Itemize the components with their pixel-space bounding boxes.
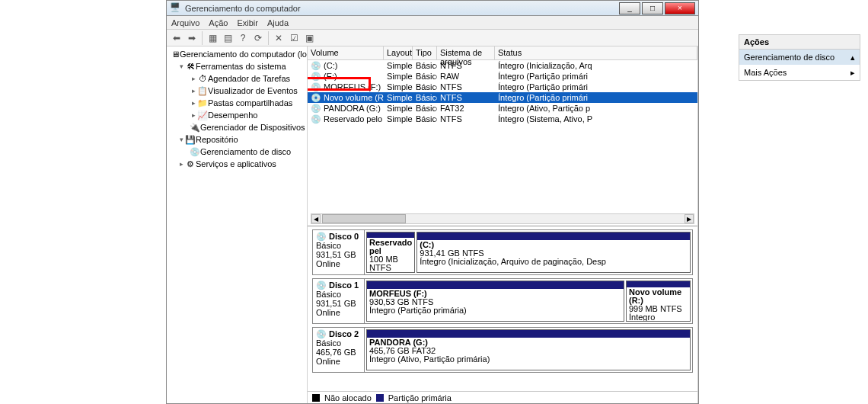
disk-info: 💿 Disco 2Básico465,76 GBOnline (313, 328, 365, 372)
volume-row[interactable]: 💿 PANDORA (G:)SimplesBásicoFAT32Íntegro … (308, 103, 697, 114)
legend-unalloc: Não alocado (324, 393, 372, 402)
legend-primary: Partição primária (388, 393, 452, 402)
disk-info: 💿 Disco 1Básico931,51 GBOnline (313, 279, 365, 323)
menu-ajuda[interactable]: Ajuda (267, 18, 289, 27)
scroll-left-icon[interactable]: ◀ (311, 214, 321, 223)
scroll-thumb[interactable] (322, 214, 406, 223)
h-scrollbar[interactable]: ◀ ▶ (311, 213, 694, 224)
menubar: Arquivo Ação Exibir Ajuda (167, 16, 698, 30)
nav-tree[interactable]: 🖥Gerenciamento do computador (local) ▾🛠F… (167, 46, 308, 403)
legend: Não alocado Partição primária (308, 391, 697, 403)
disk[interactable]: 💿 Disco 1Básico931,51 GBOnlineMORFEUS (F… (312, 278, 693, 324)
options-icon[interactable]: ▤ (221, 31, 235, 45)
tree-visualizador[interactable]: ▸📋Visualizador de Eventos (167, 85, 307, 97)
close-button[interactable]: × (665, 2, 695, 14)
app-icon: 🖥️ (170, 2, 182, 14)
actions-title: Ações (739, 35, 860, 50)
refresh-icon[interactable]: ⟳ (251, 31, 265, 45)
partition[interactable]: (C:)931,41 GB NTFSÍntegro (Inicialização… (416, 232, 691, 273)
tree-gerdisp[interactable]: 🔌Gerenciador de Dispositivos (167, 121, 307, 133)
actions-panel: Ações Gerenciamento de disco▴ Mais Ações… (739, 34, 860, 81)
volume-list[interactable]: Volume Layout Tipo Sistema de arquivos S… (308, 46, 697, 226)
menu-arquivo[interactable]: Arquivo (171, 18, 199, 27)
volume-row[interactable]: 💿 Novo volume (R:)SimplesBásicoNTFSÍnteg… (308, 92, 697, 103)
partition[interactable]: Reservado pel100 MB NTFSÍntegro (Sistem (366, 232, 415, 273)
col-layout[interactable]: Layout (384, 46, 413, 59)
volume-row[interactable]: 💿 MORFEUS (F:)SimplesBásicoNTFSÍntegro (… (308, 82, 697, 92)
tree-desempenho[interactable]: ▸📈Desempenho (167, 109, 307, 121)
back-icon[interactable]: ⬅ (170, 31, 183, 45)
menu-acao[interactable]: Ação (209, 18, 228, 27)
toolbar: ⬅ ➡ ▦ ▤ ? ⟳ ✕ ☑ ▣ (167, 30, 698, 46)
col-fs[interactable]: Sistema de arquivos (437, 46, 495, 59)
actions-disk[interactable]: Gerenciamento de disco▴ (739, 50, 860, 65)
partition[interactable]: PANDORA (G:)465,76 GB FAT32Íntegro (Ativ… (366, 329, 691, 370)
volume-row[interactable]: 💿 Reservado pelo SistemaSimplesBásicoNTF… (308, 114, 697, 124)
separator (202, 31, 203, 45)
tree-gerdisco[interactable]: 💿Gerenciamento de disco (167, 146, 307, 158)
col-status[interactable]: Status (495, 46, 697, 59)
legend-unalloc-swatch (312, 394, 320, 402)
forward-icon[interactable]: ➡ (185, 31, 199, 45)
maximize-button[interactable]: □ (642, 2, 663, 14)
minimize-button[interactable]: _ (619, 2, 640, 14)
action-icon[interactable]: ▣ (302, 31, 316, 45)
volume-row[interactable]: 💿 (C:)SimplesBásicoNTFSÍntegro (Iniciali… (308, 60, 697, 71)
tree-ferramentas[interactable]: ▾🛠Ferramentas do sistema (167, 60, 307, 72)
partition[interactable]: Novo volume (R:)999 MB NTFSÍntegro (Part… (626, 281, 691, 322)
tree-pastas[interactable]: ▸📁Pastas compartilhadas (167, 97, 307, 109)
menu-exibir[interactable]: Exibir (237, 18, 258, 27)
legend-primary-swatch (376, 394, 384, 402)
disk[interactable]: 💿 Disco 0Básico931,51 GBOnlineReservado … (312, 229, 693, 275)
disk[interactable]: 💿 Disco 2Básico465,76 GBOnlinePANDORA (G… (312, 327, 693, 373)
window-title: Gerenciamento do computador (185, 4, 619, 13)
main-window: 🖥️ Gerenciamento do computador _ □ × Arq… (166, 0, 699, 404)
actions-more[interactable]: Mais Ações▸ (739, 65, 860, 80)
chevron-right-icon: ▸ (850, 68, 855, 78)
col-tipo[interactable]: Tipo (413, 46, 437, 59)
properties-icon[interactable]: ☑ (287, 31, 301, 45)
help-icon[interactable]: ? (236, 31, 250, 45)
tree-root[interactable]: 🖥Gerenciamento do computador (local) (167, 48, 307, 60)
col-volume[interactable]: Volume (308, 46, 384, 59)
tree-repositorio[interactable]: ▾💾Repositório (167, 133, 307, 146)
disk-info: 💿 Disco 0Básico931,51 GBOnline (313, 230, 365, 274)
scroll-right-icon[interactable]: ▶ (685, 214, 694, 223)
tree-servicos[interactable]: ▸⚙Serviços e aplicativos (167, 158, 307, 170)
disk-map[interactable]: 💿 Disco 0Básico931,51 GBOnlineReservado … (308, 226, 697, 391)
volume-header[interactable]: Volume Layout Tipo Sistema de arquivos S… (308, 46, 697, 60)
partition[interactable]: MORFEUS (F:)930,53 GB NTFSÍntegro (Parti… (366, 281, 624, 322)
volume-row[interactable]: 💿 (E:)SimplesBásicoRAWÍntegro (Partição … (308, 71, 697, 82)
separator (268, 31, 269, 45)
chevron-up-icon: ▴ (850, 53, 855, 63)
view-icon[interactable]: ▦ (206, 31, 219, 45)
delete-icon[interactable]: ✕ (272, 31, 286, 45)
tree-agendador[interactable]: ▸⏱Agendador de Tarefas (167, 72, 307, 85)
titlebar[interactable]: 🖥️ Gerenciamento do computador _ □ × (167, 1, 698, 16)
